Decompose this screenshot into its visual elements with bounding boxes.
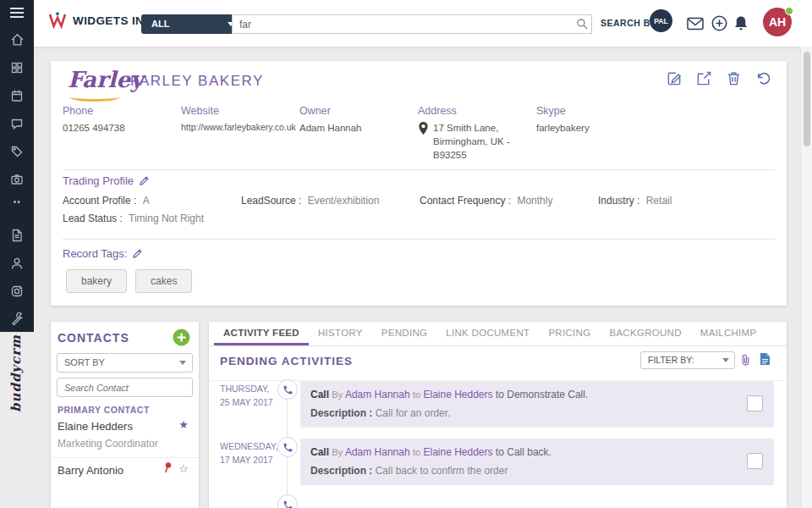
online-status-dot [785, 7, 793, 15]
contact-link[interactable]: Adam Hannah [345, 389, 410, 400]
record-tags-title: Record Tags: [63, 247, 143, 260]
topbar: WIDGETS INC. ALL SEARCH BY PAL AH [34, 0, 812, 47]
search-scope-label: ALL [151, 19, 169, 29]
call-activity-icon [277, 494, 298, 508]
contact-search-input[interactable] [57, 378, 193, 397]
tab-background[interactable]: BACKGROUND [600, 322, 690, 345]
tab-pricing[interactable]: PRICING [539, 322, 600, 345]
pal-badge[interactable]: PAL [650, 9, 672, 32]
edit-record-icon[interactable] [667, 70, 683, 86]
primary-contact-label: PRIMARY CONTACT [58, 405, 150, 415]
tag-chip[interactable]: bakery [66, 269, 127, 293]
divider [63, 239, 775, 240]
tools-icon[interactable] [0, 305, 34, 333]
activity-feed-panel: ACTIVITY FEED HISTORY PENDING LINK DOCUM… [209, 322, 787, 508]
search-scope-dropdown[interactable]: ALL [141, 14, 242, 34]
contact-name-elaine[interactable]: Elaine Hedders [58, 420, 133, 433]
chevron-down-icon [179, 361, 186, 365]
tab-history[interactable]: HISTORY [309, 322, 372, 345]
website-link[interactable]: http://www.farleybakery.co.uk [181, 121, 298, 134]
field-account-profile: Account Profile : A [63, 195, 150, 207]
document-icon[interactable] [0, 221, 34, 249]
contact-role: Marketing Coordinator [58, 438, 158, 450]
contact-link[interactable]: Elaine Hedders [423, 389, 492, 400]
menu-icon[interactable] [0, 0, 34, 25]
field-website: Website http://www.farleybakery.co.uk [181, 105, 298, 134]
tag-icon[interactable] [0, 137, 34, 165]
tag-chip[interactable]: cakes [135, 269, 192, 293]
field-address: Address 17 Smith Lane, Birmingham, UK - … [418, 105, 528, 162]
buddycrm-vertical-logo: buddycrm [8, 336, 25, 412]
export-document-icon[interactable] [760, 352, 771, 366]
complete-checkbox[interactable] [747, 395, 763, 411]
attachment-icon[interactable] [740, 353, 751, 367]
farley-logo: Farley [68, 67, 127, 106]
records-icon[interactable] [0, 53, 34, 81]
tab-pending[interactable]: PENDING [372, 322, 437, 345]
call-activity-icon [277, 437, 298, 457]
field-leadsource: LeadSource : Event/exhibition [241, 195, 379, 207]
pending-activity-list: THURSDAY, 25 MAY 2017 Call By Adam Hanna… [209, 381, 787, 508]
edit-trading-profile-icon[interactable] [139, 175, 150, 186]
field-owner: Owner Adam Hannah [299, 105, 416, 135]
home-icon[interactable] [0, 25, 34, 53]
contact-link[interactable]: Elaine Hedders [423, 446, 492, 458]
trading-profile-title: Trading Profile [63, 174, 150, 187]
add-icon[interactable] [711, 15, 727, 31]
app-sidebar: “ [0, 0, 34, 332]
calendar-icon[interactable] [0, 81, 34, 109]
tab-activity-feed[interactable]: ACTIVITY FEED [214, 322, 309, 345]
contacts-title: CONTACTS [58, 331, 129, 345]
activity-summary: Call By Adam Hannah to Elaine Hedders to… [310, 389, 735, 401]
activity-item: Call By Adam Hannah to Elaine Hedders to… [300, 381, 774, 428]
primary-star-icon[interactable]: ★ [178, 418, 189, 431]
contacts-icon[interactable] [0, 249, 34, 277]
chat-icon[interactable] [0, 109, 34, 137]
delete-record-icon[interactable] [726, 70, 742, 86]
edit-tags-icon[interactable] [132, 248, 143, 259]
divider [51, 457, 199, 458]
activity-summary: Call By Adam Hannah to Elaine Hedders to… [310, 446, 735, 459]
divider [63, 169, 775, 170]
contacts-sort-dropdown[interactable]: SORT BY [57, 353, 193, 373]
widgets-inc-logo[interactable]: WIDGETS INC. [47, 11, 156, 30]
share-record-icon[interactable] [696, 70, 712, 86]
record-actions [667, 70, 771, 86]
star-outline-icon[interactable]: ☆ [178, 462, 189, 475]
activity-date: WEDNESDAY, 17 MAY 2017 [220, 440, 281, 467]
logo-swoosh [69, 92, 120, 102]
activity-description: Description : Call for an order. [310, 407, 735, 420]
activity-date: THURSDAY, 25 MAY 2017 [220, 383, 281, 410]
camera-icon[interactable] [0, 165, 34, 193]
undo-icon[interactable] [755, 70, 771, 86]
tab-mailchimp[interactable]: MAILCHIMP [691, 322, 766, 345]
activity-description: Description : Call back to confirm the o… [310, 465, 735, 478]
pending-activities-title: PENDING ACTIVITIES [220, 355, 353, 367]
complete-checkbox[interactable] [747, 453, 763, 469]
field-contact-frequency: Contact Frequency : Monthly [420, 195, 552, 207]
brand-icon [47, 11, 68, 30]
record-tags: bakery cakes [66, 269, 192, 293]
page-scrollbar[interactable] [800, 47, 812, 508]
tab-link-document[interactable]: LINK DOCUMENT [436, 322, 539, 345]
search-input[interactable] [232, 14, 592, 34]
contact-name-barry[interactable]: Barry Antonio [58, 464, 123, 477]
field-phone: Phone 01265 494738 [63, 105, 179, 135]
filter-by-dropdown[interactable]: FILTER BY: [640, 351, 735, 369]
quote-icon[interactable]: “ [0, 193, 34, 221]
notifications-bell-icon[interactable] [733, 15, 749, 31]
social-icon[interactable] [0, 277, 34, 305]
field-skype: Skype farleybakery [536, 105, 653, 135]
chevron-down-icon [722, 358, 729, 362]
add-contact-icon[interactable] [173, 329, 190, 346]
pushpin-icon[interactable] [162, 461, 173, 473]
map-pin-icon [418, 121, 429, 162]
search-icon[interactable] [576, 18, 588, 30]
feed-subheader: PENDING ACTIVITIES FILTER BY: [209, 346, 787, 381]
company-card: Farley FARLEY BAKERY Phone 01265 494738 … [51, 61, 787, 306]
contacts-panel: CONTACTS SORT BY PRIMARY CONTACT Elaine … [51, 322, 199, 508]
contact-link[interactable]: Adam Hannah [345, 446, 410, 458]
mail-icon[interactable] [687, 17, 704, 30]
field-industry: Industry : Retail [598, 195, 672, 207]
scrollbar-thumb[interactable] [804, 52, 810, 146]
